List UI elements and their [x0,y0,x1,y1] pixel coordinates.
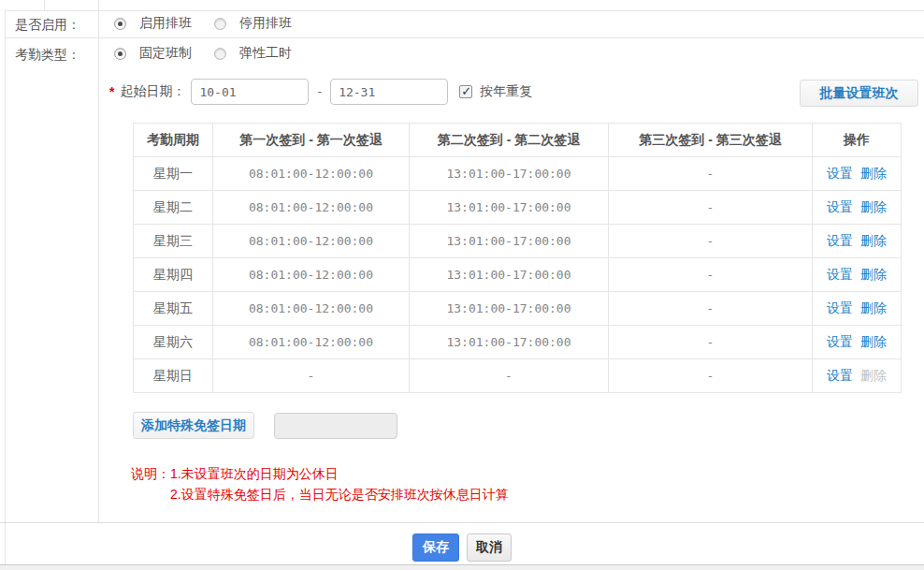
radio-label: 启用排班 [139,15,192,32]
enable-radio-group: 启用排班 停用排班 [114,15,314,32]
radio-label: 固定班制 [139,45,192,62]
radio-disable-scheduling[interactable]: 停用排班 [214,15,292,32]
third-shift-cell: - [609,191,813,225]
enable-row-label: 是否启用： [15,17,80,34]
first-shift-cell: - [213,359,410,393]
radio-checked-icon[interactable] [114,48,126,60]
col-header-operations: 操作 [813,124,902,157]
bottom-strip [0,564,924,570]
set-link[interactable]: 设置 [827,368,853,383]
col-header-first-shift: 第一次签到 - 第一次签退 [213,124,410,157]
type-row-label: 考勤类型： [15,47,80,64]
radio-flexible-hours[interactable]: 弹性工时 [214,45,292,62]
day-cell: 星期六 [134,326,213,359]
third-shift-cell: - [609,225,813,258]
set-link[interactable]: 设置 [827,166,853,181]
delete-link[interactable]: 删除 [860,166,887,181]
radio-fixed-shift[interactable]: 固定班制 [114,45,192,62]
day-cell: 星期五 [134,292,213,326]
table-row-monday: 星期一 08:01:00-12:00:00 13:01:00-17:00:00 … [134,157,902,191]
label-column-divider [98,0,99,522]
col-header-second-shift: 第二次签到 - 第二次签退 [410,124,609,157]
start-date-input[interactable] [191,79,309,105]
panel-left-border [5,10,6,564]
set-link[interactable]: 设置 [827,199,853,214]
note-text-1: 1.未设置班次的日期为公休日 [170,466,339,481]
table-row-wednesday: 星期三 08:01:00-12:00:00 13:01:00-17:00:00 … [134,225,902,258]
set-link[interactable]: 设置 [827,233,853,248]
radio-unchecked-icon[interactable] [214,48,226,60]
col-header-cycle: 考勤周期 [134,124,213,157]
note-prefix: 说明： [131,466,170,481]
note-line-2: 2.设置特殊免签日后，当日无论是否安排班次按休息日计算 [131,484,509,504]
table-row-tuesday: 星期二 08:01:00-12:00:00 13:01:00-17:00:00 … [134,191,902,225]
set-link[interactable]: 设置 [827,300,853,315]
cancel-button[interactable]: 取消 [467,533,512,562]
delete-link[interactable]: 删除 [860,334,887,349]
batch-set-shifts-button[interactable]: 批量设置班次 [800,80,918,107]
table-row-saturday: 星期六 08:01:00-12:00:00 13:01:00-17:00:00 … [134,326,902,359]
first-shift-cell: 08:01:00-12:00:00 [213,225,410,258]
radio-checked-icon[interactable] [114,18,126,30]
third-shift-cell: - [609,292,813,326]
delete-link-disabled: 删除 [860,368,887,383]
type-radio-group: 固定班制 弹性工时 [114,45,314,62]
table-header-row: 考勤周期 第一次签到 - 第一次签退 第二次签到 - 第二次签退 第三次签到 -… [134,124,902,157]
second-shift-cell: 13:01:00-17:00:00 [410,157,609,191]
note-line-1: 说明：1.未设置班次的日期为公休日 [131,463,509,484]
first-shift-cell: 08:01:00-12:00:00 [213,157,410,191]
repeat-yearly-label: 按年重复 [480,83,532,100]
end-date-input[interactable] [330,79,448,105]
second-shift-cell: 13:01:00-17:00:00 [410,326,609,359]
save-button[interactable]: 保存 [412,533,459,562]
attendance-schedule-form: 是否启用： 启用排班 停用排班 考勤类型： 固定班制 弹性工时 * 起始日期： … [0,0,924,570]
delete-link[interactable]: 删除 [860,267,887,282]
day-cell: 星期日 [134,359,213,393]
second-shift-cell: 13:01:00-17:00:00 [410,258,609,292]
required-asterisk: * [109,84,114,99]
weekly-shift-table: 考勤周期 第一次签到 - 第一次签退 第二次签到 - 第二次签退 第三次签到 -… [133,123,902,393]
special-exempt-date-input[interactable] [274,413,397,439]
add-special-exempt-date-button[interactable]: 添加特殊免签日期 [133,412,254,439]
day-cell: 星期二 [134,191,213,225]
first-shift-cell: 08:01:00-12:00:00 [213,258,410,292]
third-shift-cell: - [609,326,813,359]
day-cell: 星期三 [134,225,213,258]
day-cell: 星期一 [134,157,213,191]
third-shift-cell: - [609,359,813,393]
table-row-friday: 星期五 08:01:00-12:00:00 13:01:00-17:00:00 … [134,292,902,326]
col-header-third-shift: 第三次签到 - 第三次签退 [609,124,813,157]
first-shift-cell: 08:01:00-12:00:00 [213,326,410,359]
start-date-label: 起始日期： [120,83,185,100]
notes-block: 说明：1.未设置班次的日期为公休日 2.设置特殊免签日后，当日无论是否安排班次按… [131,463,509,504]
set-link[interactable]: 设置 [827,334,853,349]
second-shift-cell: 13:01:00-17:00:00 [410,292,609,326]
table-row-sunday: 星期日 - - - 设置删除 [134,359,902,393]
radio-enable-scheduling[interactable]: 启用排班 [114,15,192,32]
radio-unchecked-icon[interactable] [214,18,226,30]
set-link[interactable]: 设置 [827,267,853,282]
date-range-row: * 起始日期： - 按年重复 [109,79,532,105]
footer-bar: 保存 取消 [0,522,924,564]
divider [5,10,924,11]
repeat-yearly-checkbox-wrap[interactable]: 按年重复 [459,83,532,100]
delete-link[interactable]: 删除 [860,199,887,214]
first-shift-cell: 08:01:00-12:00:00 [213,292,410,326]
delete-link[interactable]: 删除 [860,300,887,315]
third-shift-cell: - [609,258,813,292]
second-shift-cell: - [410,359,609,393]
second-shift-cell: 13:01:00-17:00:00 [410,225,609,258]
day-cell: 星期四 [134,258,213,292]
radio-label: 弹性工时 [239,45,292,62]
date-separator: - [317,84,322,99]
checkbox-checked-icon[interactable] [459,85,472,98]
second-shift-cell: 13:01:00-17:00:00 [410,191,609,225]
radio-label: 停用排班 [239,15,292,32]
third-shift-cell: - [609,157,813,191]
delete-link[interactable]: 删除 [860,233,887,248]
first-shift-cell: 08:01:00-12:00:00 [213,191,410,225]
divider [5,37,924,38]
table-row-thursday: 星期四 08:01:00-12:00:00 13:01:00-17:00:00 … [134,258,902,292]
